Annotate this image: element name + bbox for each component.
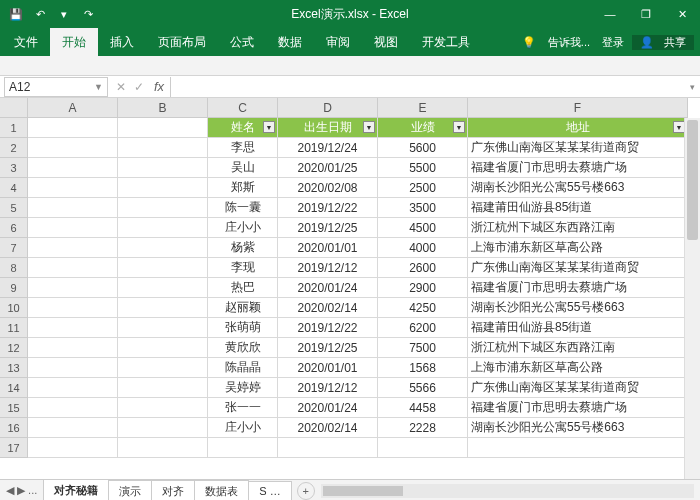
column-header-D[interactable]: D <box>278 98 378 118</box>
tab-file[interactable]: 文件 <box>2 28 50 57</box>
data-cell[interactable]: 赵丽颖 <box>208 298 278 318</box>
row-header-6[interactable]: 6 <box>0 218 28 238</box>
header-cell[interactable] <box>28 118 118 138</box>
data-cell[interactable]: 2500 <box>378 178 468 198</box>
row-header-12[interactable]: 12 <box>0 338 28 358</box>
data-cell[interactable]: 2019/12/22 <box>278 198 378 218</box>
data-cell[interactable] <box>118 438 208 458</box>
share-button[interactable]: 👤共享 <box>632 35 694 50</box>
maximize-button[interactable]: ❐ <box>628 0 664 28</box>
data-cell[interactable] <box>28 438 118 458</box>
tab-formulas[interactable]: 公式 <box>218 28 266 57</box>
data-cell[interactable] <box>28 198 118 218</box>
namebox-dropdown-icon[interactable]: ▼ <box>94 82 103 92</box>
data-cell[interactable]: 6200 <box>378 318 468 338</box>
data-cell[interactable]: 7500 <box>378 338 468 358</box>
cells-area[interactable]: 姓名▼出生日期▼业绩▼地址▼李思2019/12/245600广东佛山南海区某某某… <box>28 118 688 458</box>
header-cell[interactable]: 业绩▼ <box>378 118 468 138</box>
data-cell[interactable] <box>118 278 208 298</box>
data-cell[interactable]: 陈晶晶 <box>208 358 278 378</box>
filter-dropdown-icon[interactable]: ▼ <box>363 121 375 133</box>
data-cell[interactable]: 2020/02/08 <box>278 178 378 198</box>
data-cell[interactable]: 福建莆田仙游县85街道 <box>468 318 688 338</box>
data-cell[interactable]: 张一一 <box>208 398 278 418</box>
signin-button[interactable]: 登录 <box>598 35 628 50</box>
data-cell[interactable]: 张萌萌 <box>208 318 278 338</box>
data-cell[interactable] <box>28 338 118 358</box>
data-cell[interactable]: 2019/12/22 <box>278 318 378 338</box>
scrollbar-thumb[interactable] <box>687 120 698 240</box>
data-cell[interactable] <box>118 338 208 358</box>
data-cell[interactable]: 福建省厦门市思明去蔡塘广场 <box>468 158 688 178</box>
name-box[interactable]: A12 ▼ <box>4 77 108 97</box>
data-cell[interactable] <box>28 258 118 278</box>
redo-icon[interactable]: ↷ <box>78 4 98 24</box>
data-cell[interactable]: 2019/12/12 <box>278 378 378 398</box>
tellme-label[interactable]: 告诉我... <box>544 35 594 50</box>
row-header-4[interactable]: 4 <box>0 178 28 198</box>
row-header-5[interactable]: 5 <box>0 198 28 218</box>
row-header-9[interactable]: 9 <box>0 278 28 298</box>
sheet-tab-3[interactable]: 数据表 <box>194 480 249 501</box>
formula-expand-icon[interactable]: ▾ <box>684 82 700 92</box>
data-cell[interactable] <box>28 378 118 398</box>
data-cell[interactable] <box>28 418 118 438</box>
data-cell[interactable]: 湖南长沙阳光公寓55号楼663 <box>468 418 688 438</box>
data-cell[interactable]: 吴山 <box>208 158 278 178</box>
tellme-icon[interactable]: 💡 <box>518 36 540 49</box>
data-cell[interactable] <box>118 258 208 278</box>
data-cell[interactable] <box>278 438 378 458</box>
data-cell[interactable]: 5600 <box>378 138 468 158</box>
data-cell[interactable]: 2900 <box>378 278 468 298</box>
data-cell[interactable] <box>28 178 118 198</box>
data-cell[interactable] <box>118 318 208 338</box>
data-cell[interactable]: 杨紫 <box>208 238 278 258</box>
data-cell[interactable]: 上海市浦东新区草高公路 <box>468 238 688 258</box>
save-icon[interactable]: 💾 <box>6 4 26 24</box>
data-cell[interactable]: 福建省厦门市思明去蔡塘广场 <box>468 278 688 298</box>
data-cell[interactable] <box>118 398 208 418</box>
data-cell[interactable]: 2019/12/12 <box>278 258 378 278</box>
column-header-B[interactable]: B <box>118 98 208 118</box>
row-header-10[interactable]: 10 <box>0 298 28 318</box>
cancel-icon[interactable]: ✕ <box>112 80 130 94</box>
data-cell[interactable]: 2020/02/14 <box>278 298 378 318</box>
data-cell[interactable] <box>208 438 278 458</box>
hscroll-thumb[interactable] <box>323 486 403 496</box>
tab-view[interactable]: 视图 <box>362 28 410 57</box>
row-header-7[interactable]: 7 <box>0 238 28 258</box>
data-cell[interactable] <box>28 138 118 158</box>
data-cell[interactable]: 5566 <box>378 378 468 398</box>
data-cell[interactable] <box>28 398 118 418</box>
row-header-1[interactable]: 1 <box>0 118 28 138</box>
data-cell[interactable] <box>28 298 118 318</box>
data-cell[interactable]: 陈一囊 <box>208 198 278 218</box>
data-cell[interactable]: 广东佛山南海区某某某街道商贸 <box>468 138 688 158</box>
tab-home[interactable]: 开始 <box>50 28 98 57</box>
data-cell[interactable] <box>28 238 118 258</box>
data-cell[interactable]: 2020/01/01 <box>278 358 378 378</box>
tab-data[interactable]: 数据 <box>266 28 314 57</box>
data-cell[interactable]: 4250 <box>378 298 468 318</box>
data-cell[interactable] <box>28 358 118 378</box>
data-cell[interactable] <box>118 358 208 378</box>
data-cell[interactable]: 黄欣欣 <box>208 338 278 358</box>
row-header-3[interactable]: 3 <box>0 158 28 178</box>
data-cell[interactable]: 2600 <box>378 258 468 278</box>
data-cell[interactable]: 4458 <box>378 398 468 418</box>
data-cell[interactable] <box>118 418 208 438</box>
data-cell[interactable] <box>118 238 208 258</box>
select-all-corner[interactable] <box>0 98 28 118</box>
row-header-11[interactable]: 11 <box>0 318 28 338</box>
data-cell[interactable]: 2020/01/25 <box>278 158 378 178</box>
data-cell[interactable]: 4500 <box>378 218 468 238</box>
tab-developer[interactable]: 开发工具 <box>410 28 482 57</box>
data-cell[interactable] <box>28 218 118 238</box>
data-cell[interactable]: 庄小小 <box>208 218 278 238</box>
data-cell[interactable]: 2019/12/25 <box>278 338 378 358</box>
data-cell[interactable]: 李思 <box>208 138 278 158</box>
data-cell[interactable]: 湖南长沙阳光公寓55号楼663 <box>468 178 688 198</box>
data-cell[interactable]: 广东佛山南海区某某某街道商贸 <box>468 378 688 398</box>
sheet-tab-2[interactable]: 对齐 <box>151 480 195 501</box>
data-cell[interactable]: 2228 <box>378 418 468 438</box>
